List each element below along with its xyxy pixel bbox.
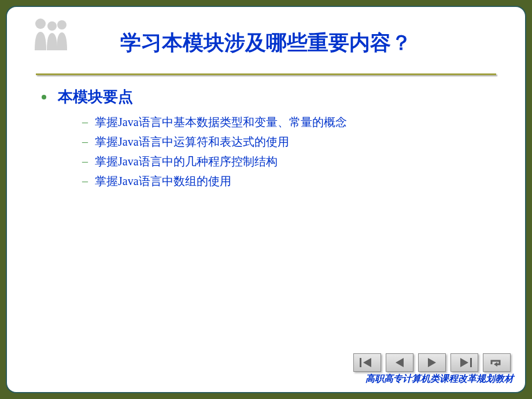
sub-item-text: 掌握Java语言中的几种程序控制结构 (95, 153, 278, 169)
people-silhouette-icon (30, 16, 71, 50)
last-slide-button[interactable] (450, 353, 478, 372)
dash-icon: – (82, 173, 88, 189)
return-button[interactable] (483, 353, 511, 372)
list-item: – 掌握Java语言中基本数据类型和变量、常量的概念 (82, 114, 496, 130)
main-point: 本模块要点 (36, 87, 496, 107)
svg-marker-5 (396, 358, 404, 367)
footer-text: 高职高专计算机类课程改革规划教材 (365, 373, 513, 385)
sub-item-text: 掌握Java语言中基本数据类型和变量、常量的概念 (95, 114, 347, 130)
svg-rect-8 (470, 358, 472, 367)
svg-marker-6 (428, 358, 436, 367)
list-item: – 掌握Java语言中数组的使用 (82, 173, 496, 189)
slide-title: 学习本模块涉及哪些重要内容？ (19, 19, 513, 57)
sub-item-text: 掌握Java语言中运算符和表达式的使用 (95, 134, 289, 150)
content-area: 本模块要点 – 掌握Java语言中基本数据类型和变量、常量的概念 – 掌握Jav… (19, 75, 513, 204)
dash-icon: – (82, 134, 88, 150)
return-icon (488, 356, 505, 369)
svg-marker-4 (363, 358, 371, 367)
svg-marker-7 (460, 358, 468, 367)
svg-marker-9 (494, 362, 497, 367)
svg-point-1 (47, 21, 57, 31)
last-icon (456, 356, 473, 369)
next-slide-button[interactable] (418, 353, 446, 372)
navigation-buttons (353, 353, 511, 372)
svg-rect-3 (360, 358, 361, 367)
previous-icon (391, 356, 408, 369)
previous-slide-button[interactable] (386, 353, 413, 372)
svg-point-0 (35, 19, 46, 29)
dash-icon: – (82, 114, 88, 130)
first-slide-button[interactable] (353, 353, 381, 372)
first-icon (359, 356, 376, 369)
main-point-text: 本模块要点 (58, 87, 133, 107)
next-icon (423, 356, 441, 369)
header-area: 学习本模块涉及哪些重要内容？ (19, 19, 513, 71)
slide-container: 学习本模块涉及哪些重要内容？ 本模块要点 – 掌握Java语言中基本数据类型和变… (6, 6, 526, 393)
bullet-icon (42, 95, 46, 99)
sub-list: – 掌握Java语言中基本数据类型和变量、常量的概念 – 掌握Java语言中运算… (36, 114, 496, 189)
dash-icon: – (82, 153, 88, 169)
list-item: – 掌握Java语言中运算符和表达式的使用 (82, 134, 496, 150)
sub-item-text: 掌握Java语言中数组的使用 (95, 173, 231, 189)
list-item: – 掌握Java语言中的几种程序控制结构 (82, 153, 496, 169)
svg-point-2 (57, 20, 66, 29)
